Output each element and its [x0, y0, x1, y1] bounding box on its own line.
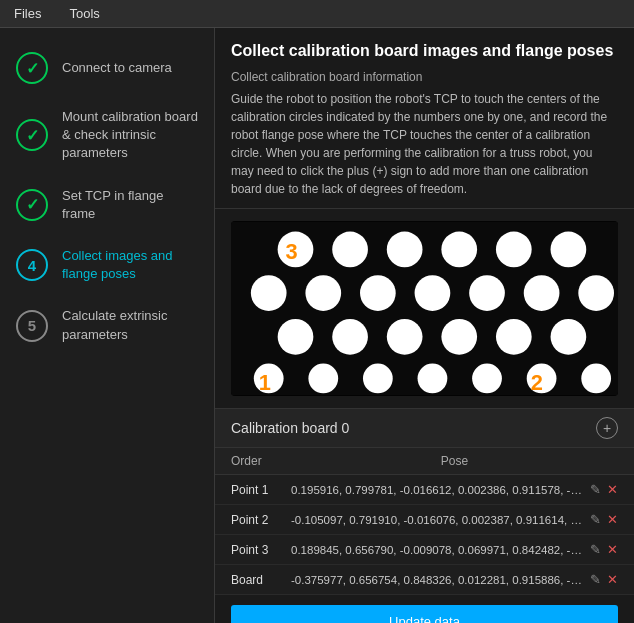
svg-point-12 [524, 275, 560, 311]
row-order-2: Point 2 [231, 513, 291, 527]
calibration-board-image: 3 1 2 [231, 221, 618, 396]
sidebar: ✓ Connect to camera ✓ Mount calibration … [0, 28, 215, 623]
row-pose-3: 0.189845, 0.656790, -0.009078, 0.069971,… [291, 544, 584, 556]
row-order-board: Board [231, 573, 291, 587]
sidebar-label-collect: Collect images and flange poses [62, 247, 198, 283]
svg-text:1: 1 [259, 370, 271, 395]
step-icon-connect: ✓ [16, 52, 48, 84]
row-actions-board: ✎ ✕ [590, 572, 618, 587]
page-title: Collect calibration board images and fla… [231, 42, 618, 60]
svg-point-23 [418, 364, 448, 394]
checkmark-icon-2: ✓ [26, 126, 39, 145]
svg-point-10 [415, 275, 451, 311]
col-header-pose: Pose [291, 454, 618, 468]
svg-point-7 [251, 275, 287, 311]
edit-row-1-icon[interactable]: ✎ [590, 482, 601, 497]
svg-point-17 [441, 319, 477, 355]
table-row: Point 2 -0.105097, 0.791910, -0.016076, … [215, 505, 634, 535]
calibration-board-section: Calibration board 0 + Order Pose Point 1… [215, 408, 634, 623]
sidebar-item-tcp[interactable]: ✓ Set TCP in flange frame [0, 175, 214, 235]
sidebar-item-collect[interactable]: 4 Collect images and flange poses [0, 235, 214, 295]
menubar: Files Tools [0, 0, 634, 28]
svg-point-26 [581, 364, 611, 394]
delete-row-board-icon[interactable]: ✕ [607, 572, 618, 587]
row-pose-2: -0.105097, 0.791910, -0.016076, 0.002387… [291, 514, 584, 526]
svg-point-4 [441, 232, 477, 268]
content-header: Collect calibration board images and fla… [215, 28, 634, 209]
row-pose-board: -0.375977, 0.656754, 0.848326, 0.012281,… [291, 574, 584, 586]
calibration-board-title: Calibration board 0 [231, 420, 349, 436]
svg-point-13 [578, 275, 614, 311]
svg-point-3 [387, 232, 423, 268]
svg-point-21 [308, 364, 338, 394]
svg-point-22 [363, 364, 393, 394]
add-board-button[interactable]: + [596, 417, 618, 439]
col-header-order: Order [231, 454, 291, 468]
step-number-collect: 4 [28, 257, 36, 274]
row-order-1: Point 1 [231, 483, 291, 497]
row-actions-2: ✎ ✕ [590, 512, 618, 527]
svg-point-14 [278, 319, 314, 355]
menu-files[interactable]: Files [8, 4, 47, 23]
svg-point-6 [551, 232, 587, 268]
sidebar-label-mount: Mount calibration board & check intrinsi… [62, 108, 198, 163]
delete-row-3-icon[interactable]: ✕ [607, 542, 618, 557]
svg-point-5 [496, 232, 532, 268]
sidebar-item-connect[interactable]: ✓ Connect to camera [0, 40, 214, 96]
calibration-board-header: Calibration board 0 + [215, 408, 634, 448]
svg-text:2: 2 [531, 370, 543, 395]
sidebar-label-connect: Connect to camera [62, 59, 172, 77]
table-row: Point 3 0.189845, 0.656790, -0.009078, 0… [215, 535, 634, 565]
sidebar-label-calculate: Calculate extrinsic parameters [62, 307, 198, 343]
svg-point-15 [332, 319, 368, 355]
menu-tools[interactable]: Tools [63, 4, 105, 23]
svg-point-2 [332, 232, 368, 268]
checkmark-icon-3: ✓ [26, 195, 39, 214]
step-icon-tcp: ✓ [16, 189, 48, 221]
checkmark-icon: ✓ [26, 59, 39, 78]
svg-text:3: 3 [286, 239, 298, 264]
svg-point-19 [551, 319, 587, 355]
row-actions-1: ✎ ✕ [590, 482, 618, 497]
table-row: Board -0.375977, 0.656754, 0.848326, 0.0… [215, 565, 634, 595]
step-icon-calculate: 5 [16, 310, 48, 342]
delete-row-1-icon[interactable]: ✕ [607, 482, 618, 497]
svg-point-8 [305, 275, 341, 311]
delete-row-2-icon[interactable]: ✕ [607, 512, 618, 527]
step-number-calculate: 5 [28, 317, 36, 334]
svg-point-16 [387, 319, 423, 355]
row-pose-1: 0.195916, 0.799781, -0.016612, 0.002386,… [291, 484, 584, 496]
row-actions-3: ✎ ✕ [590, 542, 618, 557]
edit-row-2-icon[interactable]: ✎ [590, 512, 601, 527]
svg-point-24 [472, 364, 502, 394]
update-data-button[interactable]: Update data [231, 605, 618, 623]
table-row: Point 1 0.195916, 0.799781, -0.016612, 0… [215, 475, 634, 505]
sidebar-label-tcp: Set TCP in flange frame [62, 187, 198, 223]
svg-point-18 [496, 319, 532, 355]
edit-row-3-icon[interactable]: ✎ [590, 542, 601, 557]
content-subtitle: Collect calibration board information [231, 70, 618, 84]
svg-point-9 [360, 275, 396, 311]
svg-point-11 [469, 275, 505, 311]
row-order-3: Point 3 [231, 543, 291, 557]
calibration-svg: 3 1 2 [231, 221, 618, 396]
sidebar-item-calculate[interactable]: 5 Calculate extrinsic parameters [0, 295, 214, 355]
step-icon-mount: ✓ [16, 119, 48, 151]
content-description: Guide the robot to position the robot's … [231, 90, 618, 198]
update-button-container: Update data [215, 595, 634, 623]
step-icon-collect: 4 [16, 249, 48, 281]
edit-row-board-icon[interactable]: ✎ [590, 572, 601, 587]
sidebar-item-mount[interactable]: ✓ Mount calibration board & check intrin… [0, 96, 214, 175]
main-layout: ✓ Connect to camera ✓ Mount calibration … [0, 28, 634, 623]
content-area: Collect calibration board images and fla… [215, 28, 634, 623]
table-header: Order Pose [215, 448, 634, 475]
